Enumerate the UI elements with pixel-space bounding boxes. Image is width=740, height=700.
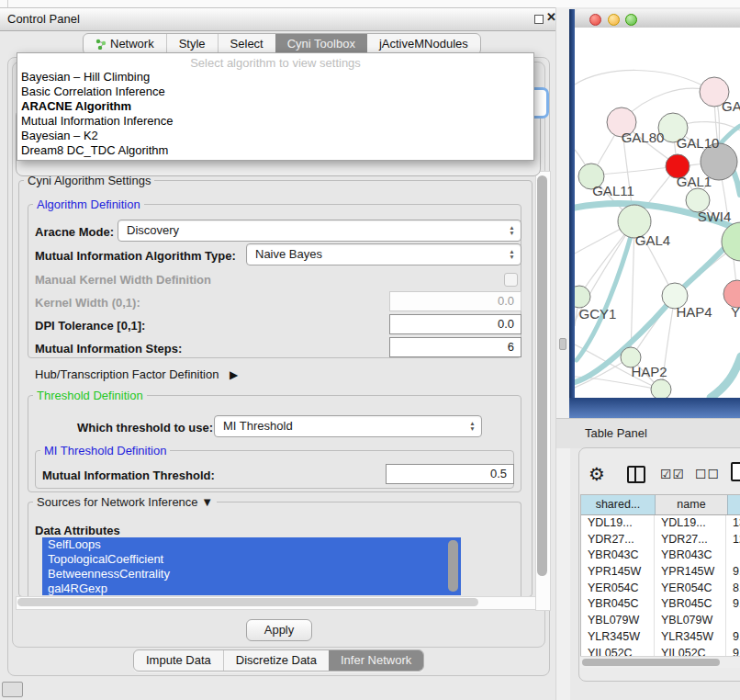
zoom-traffic-light-icon[interactable] [625, 14, 637, 26]
dpi-tolerance-label: DPI Tolerance [0,1]: [35, 319, 145, 333]
minimize-traffic-light-icon[interactable] [608, 14, 620, 26]
network-edges [575, 70, 740, 390]
select-all-icon[interactable]: ☑☑ [660, 467, 685, 481]
tab-discretize-data[interactable]: Discretize Data [223, 650, 329, 671]
mi-algorithm-type-value: Naive Bayes [255, 247, 322, 261]
network-node[interactable] [651, 379, 671, 398]
control-panel-titlebar: Control Panel ✕ [0, 7, 555, 31]
algorithm-option[interactable]: Bayesian – K2 [17, 129, 533, 143]
sources-title-label: Sources for Network Inference [37, 495, 198, 509]
mi-algorithm-type-combo[interactable]: Naive Bayes ▲▼ [246, 243, 521, 265]
table-cell: 12 [726, 532, 740, 548]
apply-button[interactable]: Apply [246, 619, 312, 641]
tab-select[interactable]: Select [218, 34, 275, 54]
close-traffic-light-icon[interactable] [589, 14, 601, 26]
algorithm-option[interactable]: ARACNE Algorithm [17, 99, 533, 114]
table-cell: YBR045C [655, 596, 726, 613]
mi-threshold-label: Mutual Information Threshold: [42, 469, 215, 482]
kernel-width-value: 0.0 [498, 294, 514, 308]
network-tab-icon [95, 39, 107, 50]
mi-steps-field[interactable]: 6 [389, 337, 521, 357]
algorithm-option[interactable]: Basic Correlation Inference [17, 85, 533, 99]
settings-vscrollbar-thumb[interactable] [537, 175, 547, 576]
data-attribute-item[interactable]: BetweennessCentrality [42, 567, 461, 581]
network-window-frame-bottom [569, 398, 740, 418]
tab-cyni-toolbox[interactable]: Cyni Toolbox [275, 34, 367, 54]
table-row[interactable]: YBL079WYBL079W [581, 613, 740, 629]
algorithm-option[interactable]: Dream8 DC_TDC Algorithm [17, 143, 533, 158]
node-label: GAL80 [622, 130, 665, 145]
tab-infer-network[interactable]: Infer Network [329, 650, 423, 671]
table-header-row: shared...name [581, 495, 740, 515]
table-cell: YBR043C [655, 548, 726, 564]
table-cell: 9. [726, 596, 740, 613]
tab-jactivemnodules[interactable]: jActiveMNodules [367, 34, 480, 54]
app-screen: Control Panel ✕ NetworkStyleSelectCyni T… [0, 0, 740, 700]
network-node-gcy1[interactable] [575, 286, 590, 308]
float-window-icon[interactable] [534, 15, 544, 24]
table-row[interactable]: YBR043CYBR043C [581, 548, 740, 564]
attributes-list-scrollbar[interactable] [448, 540, 458, 592]
column-header[interactable]: shared... [581, 495, 656, 514]
network-canvas[interactable]: GALGAL80GAL10GAL1GAL11SWI4GAL4GCY1HAP4YH… [575, 28, 740, 398]
data-attribute-item[interactable]: TopologicalCoefficient [42, 552, 461, 567]
table-row[interactable]: YER054CYER054C8. [581, 581, 740, 597]
divider-drag-handle[interactable] [559, 338, 566, 350]
algorithm-option[interactable]: Bayesian – Hill Climbing [17, 70, 533, 85]
tab-network[interactable]: Network [84, 34, 166, 54]
which-threshold-combo[interactable]: MI Threshold ▲▼ [214, 415, 482, 437]
gear-icon[interactable]: ⚙ [589, 463, 605, 485]
new-column-icon[interactable] [731, 462, 740, 481]
mi-threshold-value: 0.5 [490, 467, 507, 480]
tab-impute-data[interactable]: Impute Data [134, 650, 223, 671]
table-row[interactable]: YBR045CYBR045C9. [581, 596, 740, 613]
settings-hscrollbar-thumb[interactable] [17, 598, 478, 606]
manual-kernel-width-checkbox[interactable] [504, 273, 518, 287]
table-cell: YLR345W [655, 629, 726, 646]
docked-panel-icon[interactable] [2, 682, 23, 697]
table-panel-title: Table Panel [585, 426, 647, 440]
tab-label: jActiveMNodules [379, 34, 468, 54]
table-cell: YDL19... [655, 515, 726, 532]
table-cell: YBL079W [581, 613, 655, 629]
dpi-tolerance-field[interactable]: 0.0 [389, 314, 521, 334]
panel-divider [555, 7, 570, 700]
table-rows: YDL19...YDL19...13YDR27...YDR27...12YBR0… [581, 515, 740, 658]
aracne-mode-combo[interactable]: Discovery ▲▼ [118, 220, 521, 242]
table-cell: YBR045C [581, 596, 655, 613]
table-hscrollbar-thumb[interactable] [582, 659, 720, 666]
table-cell: YPR145W [655, 564, 726, 581]
algorithm-definition-title: Algorithm Definition [33, 198, 144, 211]
deselect-all-icon[interactable]: ☐☐ [695, 467, 720, 481]
data-attribute-item[interactable]: gal4RGexp [42, 581, 461, 595]
column-header[interactable] [728, 495, 740, 514]
kernel-width-field[interactable]: 0.0 [389, 291, 521, 311]
network-window-titlebar[interactable] [575, 9, 740, 28]
table-cell [726, 548, 740, 564]
table-row[interactable]: YDR27...YDR27...12 [581, 532, 740, 548]
table-row[interactable]: YDL19...YDL19...13 [581, 515, 740, 532]
column-header[interactable]: name [656, 495, 728, 514]
mi-steps-label: Mutual Information Steps: [35, 342, 182, 356]
table-hscrollbar[interactable] [580, 656, 740, 668]
top-strip [0, 0, 740, 7]
algorithm-select-popup: Select algorithm to view settings Bayesi… [17, 52, 534, 161]
sources-title[interactable]: Sources for Network Inference ▼ [33, 495, 217, 509]
split-view-icon[interactable] [627, 466, 645, 483]
table-row[interactable]: YPR145WYPR145W9. [581, 564, 740, 581]
table-row[interactable]: YLR345WYLR345W9. [581, 629, 740, 646]
stepper-icon: ▲▼ [506, 246, 518, 265]
tab-label: Style [179, 34, 206, 54]
hub-factor-expander[interactable]: Hub/Transcription Factor Definition ▶ [35, 367, 238, 381]
algorithm-option[interactable]: Mutual Information Inference [17, 114, 533, 129]
data-attribute-item[interactable]: SelfLoops [42, 537, 461, 552]
node-label: GAL11 [592, 183, 634, 198]
table-cell: 8. [726, 581, 740, 597]
table-cell: 9. [726, 629, 740, 646]
table-cell: YLR345W [581, 629, 655, 646]
mi-threshold-field[interactable]: 0.5 [386, 464, 514, 484]
kernel-width-label: Kernel Width (0,1): [35, 296, 140, 310]
tab-style[interactable]: Style [166, 34, 218, 54]
tab-label: Network [110, 34, 154, 54]
table-cell: YPR145W [581, 564, 655, 581]
